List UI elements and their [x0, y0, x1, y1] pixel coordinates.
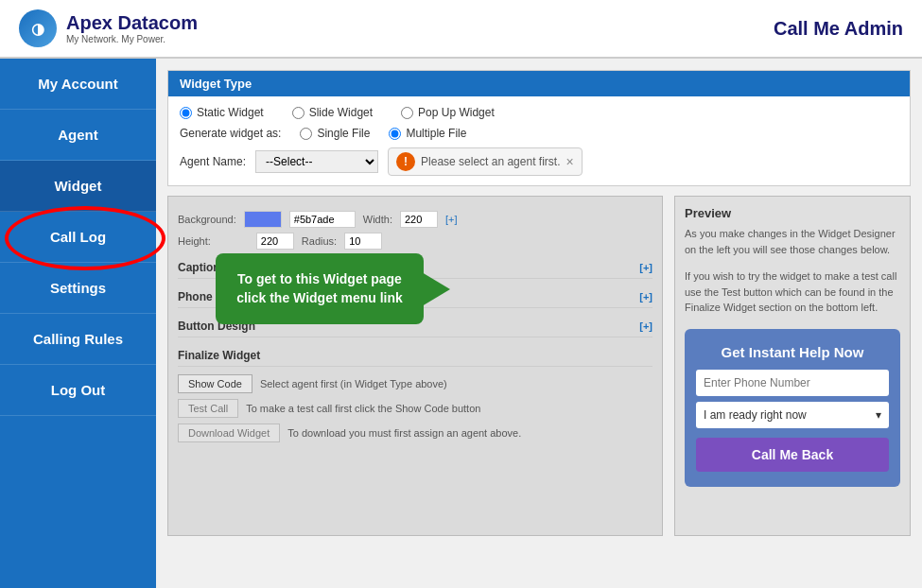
sidebar-item-settings[interactable]: Settings: [0, 263, 156, 314]
test-call-desc: To make a test call first click the Show…: [246, 403, 652, 414]
single-file-option[interactable]: Single File: [300, 127, 370, 140]
alert-close-button[interactable]: ×: [565, 154, 573, 169]
show-code-row: Show Code Select agent first (in Widget …: [178, 374, 652, 393]
button-expand[interactable]: [+]: [639, 320, 652, 332]
sidebar: My Account Agent Widget Call Log Setting…: [0, 59, 156, 588]
radius-label: Radius:: [302, 235, 337, 247]
sidebar-item-log-out[interactable]: Log Out: [0, 365, 156, 416]
alert-text: Please select an agent first.: [421, 155, 560, 168]
agent-label: Agent Name:: [180, 155, 246, 168]
button-section: Button Design [+]: [178, 316, 652, 337]
test-call-button[interactable]: Test Call: [178, 399, 238, 418]
popup-widget-option[interactable]: Pop Up Widget: [401, 106, 495, 119]
caption-section-title: Caption Design [+]: [178, 257, 652, 279]
show-code-button[interactable]: Show Code: [178, 374, 252, 393]
background-row: Background: Width: [+]: [178, 211, 652, 228]
sidebar-item-calling-rules[interactable]: Calling Rules: [0, 314, 156, 365]
widget-type-panel: Widget Type Static Widget Slide Widget P…: [167, 70, 911, 186]
preview-call-back-button[interactable]: Call Me Back: [696, 438, 889, 472]
preview-title: Preview: [685, 206, 900, 220]
preview-select-arrow: ▾: [876, 408, 881, 422]
static-widget-radio[interactable]: [180, 107, 192, 119]
slide-widget-label: Slide Widget: [309, 106, 373, 119]
logo-subtitle: My Network. My Power.: [66, 34, 198, 44]
static-widget-option[interactable]: Static Widget: [180, 106, 264, 119]
slide-widget-option[interactable]: Slide Widget: [292, 106, 373, 119]
phone-section: Phone & Call Later Fields [+]: [178, 286, 652, 308]
preview-panel: Preview As you make changes in the Widge…: [674, 196, 911, 536]
popup-widget-radio[interactable]: [401, 107, 413, 119]
popup-widget-label: Pop Up Widget: [418, 106, 495, 119]
sidebar-item-my-account[interactable]: My Account: [0, 59, 156, 110]
dimensions-row: Height: Radius:: [178, 233, 652, 250]
main-content: Widget Type Static Widget Slide Widget P…: [156, 59, 922, 588]
background-color-input[interactable]: [289, 211, 356, 228]
generate-label: Generate widget as:: [180, 127, 281, 140]
background-label: Background:: [178, 214, 236, 225]
logo-text: Apex Datacom My Network. My Power.: [66, 12, 198, 44]
expand-btn-1[interactable]: [+]: [445, 214, 458, 225]
preview-desc1: As you make changes in the Widget Design…: [685, 226, 900, 257]
caption-expand[interactable]: [+]: [639, 262, 652, 273]
designer-panel: To get to this Widget page click the Wid…: [167, 196, 663, 536]
alert-box: ! Please select an agent first. ×: [388, 147, 583, 176]
height-input[interactable]: [256, 233, 294, 250]
widget-type-body: Static Widget Slide Widget Pop Up Widget…: [168, 96, 910, 185]
layout: My Account Agent Widget Call Log Setting…: [0, 59, 922, 588]
preview-phone-input[interactable]: [696, 370, 889, 396]
widget-type-options-row: Static Widget Slide Widget Pop Up Widget: [180, 106, 898, 119]
show-code-desc: Select agent first (in Widget Type above…: [260, 378, 652, 389]
multiple-file-label: Multiple File: [406, 127, 466, 140]
header: ◑ Apex Datacom My Network. My Power. Cal…: [0, 0, 922, 59]
preview-desc2: If you wish to try the widget to make a …: [685, 268, 900, 316]
download-button[interactable]: Download Widget: [178, 424, 280, 442]
multiple-file-option[interactable]: Multiple File: [389, 127, 466, 140]
logo-icon: ◑: [19, 9, 57, 47]
logo-area: ◑ Apex Datacom My Network. My Power.: [19, 9, 198, 47]
radius-input[interactable]: [344, 233, 382, 250]
agent-select[interactable]: --Select--: [255, 150, 378, 173]
preview-widget-title: Get Instant Help Now: [696, 344, 889, 360]
single-file-label: Single File: [317, 127, 370, 140]
background-section: Background: Width: [+] Height: Radius:: [178, 211, 652, 250]
download-row: Download Widget To download you must fir…: [178, 424, 652, 442]
preview-ready-text: I am ready right now: [704, 408, 807, 422]
download-desc: To download you must first assign an age…: [287, 427, 652, 439]
content-lower: To get to this Widget page click the Wid…: [167, 196, 911, 536]
phone-expand[interactable]: [+]: [639, 291, 652, 303]
multiple-file-radio[interactable]: [389, 128, 401, 140]
phone-section-title: Phone & Call Later Fields [+]: [178, 286, 652, 308]
height-label: Height:: [178, 235, 211, 247]
finalize-section-title: Finalize Widget: [178, 345, 652, 367]
widget-type-header: Widget Type: [168, 71, 910, 96]
sidebar-item-call-log[interactable]: Call Log: [0, 212, 156, 263]
caption-section: Caption Design [+]: [178, 257, 652, 279]
test-call-row: Test Call To make a test call first clic…: [178, 399, 652, 418]
preview-widget: Get Instant Help Now I am ready right no…: [685, 329, 900, 487]
slide-widget-radio[interactable]: [292, 107, 304, 119]
button-section-title: Button Design [+]: [178, 316, 652, 337]
width-input[interactable]: [400, 211, 438, 228]
background-color-box[interactable]: [244, 211, 282, 228]
sidebar-item-widget[interactable]: Widget: [0, 161, 156, 212]
static-widget-label: Static Widget: [197, 106, 264, 119]
admin-title: Call Me Admin: [774, 18, 903, 40]
finalize-section: Finalize Widget Show Code Select agent f…: [178, 345, 652, 442]
width-label: Width:: [363, 214, 392, 225]
sidebar-item-agent[interactable]: Agent: [0, 110, 156, 161]
agent-row: Agent Name: --Select-- ! Please select a…: [180, 147, 898, 176]
preview-ready-select[interactable]: I am ready right now ▾: [696, 402, 889, 428]
alert-icon: !: [396, 152, 415, 171]
generate-row: Generate widget as: Single File Multiple…: [180, 127, 898, 140]
single-file-radio[interactable]: [300, 128, 312, 140]
logo-title: Apex Datacom: [66, 12, 198, 34]
